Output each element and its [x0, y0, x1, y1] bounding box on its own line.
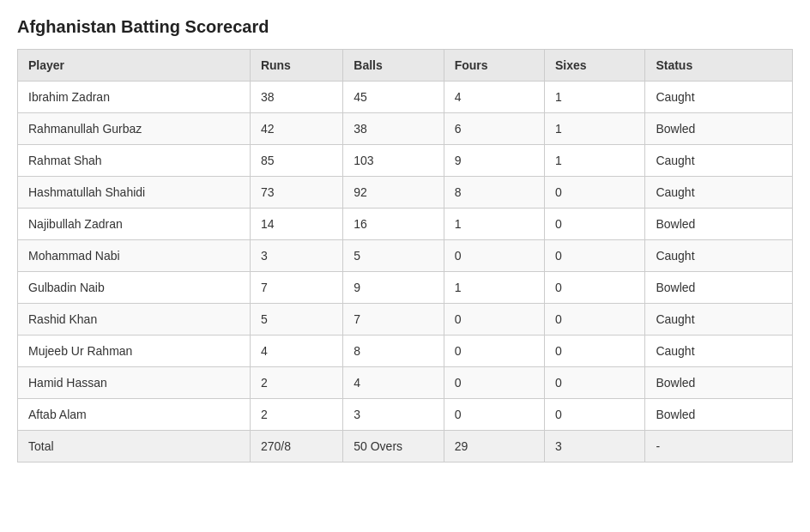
total-cell-runs: 270/8 [250, 431, 342, 462]
total-cell-fours: 29 [444, 431, 544, 462]
cell-sixes: 0 [545, 177, 645, 209]
col-header-status: Status [645, 50, 793, 82]
cell-balls: 92 [343, 177, 444, 209]
page-title: Afghanistan Batting Scorecard [17, 17, 793, 37]
cell-balls: 5 [343, 240, 444, 272]
cell-runs: 14 [250, 209, 342, 240]
cell-runs: 7 [250, 272, 342, 304]
cell-status: Bowled [645, 113, 793, 145]
cell-balls: 8 [343, 336, 444, 367]
table-row: Mujeeb Ur Rahman4800Caught [18, 336, 793, 367]
cell-player: Najibullah Zadran [18, 209, 251, 240]
table-body: Ibrahim Zadran384541CaughtRahmanullah Gu… [18, 82, 793, 462]
cell-player: Aftab Alam [18, 399, 251, 431]
cell-runs: 3 [250, 240, 342, 272]
cell-fours: 6 [444, 113, 544, 145]
table-row: Rahmanullah Gurbaz423861Bowled [18, 113, 793, 145]
cell-fours: 0 [444, 336, 544, 367]
cell-balls: 4 [343, 367, 444, 399]
cell-sixes: 0 [545, 336, 645, 367]
cell-fours: 1 [444, 272, 544, 304]
table-row: Rahmat Shah8510391Caught [18, 145, 793, 177]
cell-status: Caught [645, 177, 793, 209]
total-cell-player: Total [18, 431, 251, 462]
cell-runs: 42 [250, 113, 342, 145]
cell-fours: 1 [444, 209, 544, 240]
cell-runs: 4 [250, 336, 342, 367]
cell-player: Mujeeb Ur Rahman [18, 336, 251, 367]
cell-sixes: 1 [545, 145, 645, 177]
table-row: Najibullah Zadran141610Bowled [18, 209, 793, 240]
col-header-sixes: Sixes [545, 50, 645, 82]
cell-sixes: 0 [545, 272, 645, 304]
table-row: Aftab Alam2300Bowled [18, 399, 793, 431]
total-cell-sixes: 3 [545, 431, 645, 462]
cell-balls: 38 [343, 113, 444, 145]
table-row: Gulbadin Naib7910Bowled [18, 272, 793, 304]
cell-sixes: 0 [545, 367, 645, 399]
cell-sixes: 1 [545, 82, 645, 113]
cell-player: Hamid Hassan [18, 367, 251, 399]
cell-sixes: 0 [545, 209, 645, 240]
cell-balls: 9 [343, 272, 444, 304]
cell-balls: 7 [343, 304, 444, 336]
cell-player: Ibrahim Zadran [18, 82, 251, 113]
total-cell-status: - [645, 431, 793, 462]
table-header-row: Player Runs Balls Fours Sixes Status [18, 50, 793, 82]
cell-fours: 9 [444, 145, 544, 177]
col-header-fours: Fours [444, 50, 544, 82]
scorecard-table: Player Runs Balls Fours Sixes Status Ibr… [17, 49, 793, 462]
table-row: Ibrahim Zadran384541Caught [18, 82, 793, 113]
cell-fours: 0 [444, 367, 544, 399]
cell-sixes: 1 [545, 113, 645, 145]
cell-runs: 38 [250, 82, 342, 113]
cell-status: Caught [645, 336, 793, 367]
cell-fours: 4 [444, 82, 544, 113]
cell-runs: 5 [250, 304, 342, 336]
table-row: Hashmatullah Shahidi739280Caught [18, 177, 793, 209]
cell-player: Hashmatullah Shahidi [18, 177, 251, 209]
col-header-player: Player [18, 50, 251, 82]
cell-player: Rashid Khan [18, 304, 251, 336]
cell-runs: 2 [250, 367, 342, 399]
cell-runs: 2 [250, 399, 342, 431]
cell-fours: 8 [444, 177, 544, 209]
cell-sixes: 0 [545, 240, 645, 272]
cell-status: Caught [645, 240, 793, 272]
cell-status: Caught [645, 304, 793, 336]
cell-player: Gulbadin Naib [18, 272, 251, 304]
cell-sixes: 0 [545, 399, 645, 431]
cell-sixes: 0 [545, 304, 645, 336]
cell-balls: 103 [343, 145, 444, 177]
col-header-balls: Balls [343, 50, 444, 82]
cell-balls: 16 [343, 209, 444, 240]
total-row: Total270/850 Overs293- [18, 431, 793, 462]
table-row: Hamid Hassan2400Bowled [18, 367, 793, 399]
cell-balls: 3 [343, 399, 444, 431]
total-cell-balls: 50 Overs [343, 431, 444, 462]
cell-fours: 0 [444, 304, 544, 336]
cell-balls: 45 [343, 82, 444, 113]
table-row: Mohammad Nabi3500Caught [18, 240, 793, 272]
table-row: Rashid Khan5700Caught [18, 304, 793, 336]
cell-runs: 73 [250, 177, 342, 209]
cell-fours: 0 [444, 240, 544, 272]
cell-status: Bowled [645, 399, 793, 431]
cell-status: Bowled [645, 209, 793, 240]
cell-status: Caught [645, 145, 793, 177]
col-header-runs: Runs [250, 50, 342, 82]
cell-fours: 0 [444, 399, 544, 431]
cell-status: Bowled [645, 272, 793, 304]
cell-status: Caught [645, 82, 793, 113]
cell-player: Rahmanullah Gurbaz [18, 113, 251, 145]
cell-status: Bowled [645, 367, 793, 399]
cell-runs: 85 [250, 145, 342, 177]
cell-player: Rahmat Shah [18, 145, 251, 177]
cell-player: Mohammad Nabi [18, 240, 251, 272]
